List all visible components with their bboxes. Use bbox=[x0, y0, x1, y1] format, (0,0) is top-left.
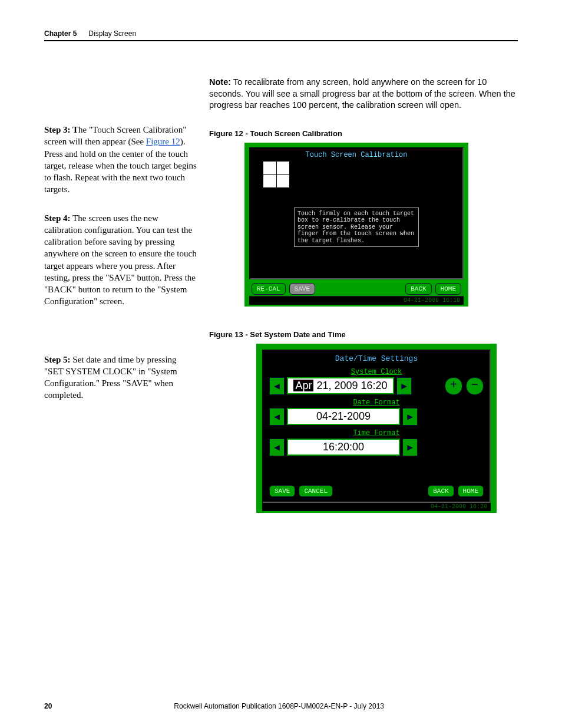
figure-12-device: Touch Screen Calibration Touch firmly on… bbox=[244, 143, 468, 307]
plus-button[interactable]: + bbox=[445, 377, 462, 395]
cancel-button[interactable]: CANCEL bbox=[299, 485, 333, 497]
fig12-statusbar: 04-21-2009 16:19 bbox=[249, 296, 464, 305]
back-button[interactable]: BACK bbox=[405, 283, 431, 295]
page-number: 20 bbox=[44, 702, 52, 710]
back-button-13[interactable]: BACK bbox=[428, 485, 454, 497]
figure-12-caption: Figure 12 - Touch Screen Calibration bbox=[209, 129, 518, 138]
note-label: Note: bbox=[209, 77, 231, 87]
dateformat-row: ◀ 04-21-2009 ▶ bbox=[269, 408, 484, 426]
section-label: Display Screen bbox=[88, 29, 136, 38]
step-5: Step 5: Set date and time by pressing "S… bbox=[44, 354, 197, 401]
timeformat-value[interactable]: 16:20:00 bbox=[287, 439, 400, 456]
clock-rest: 21, 2009 16:20 bbox=[313, 380, 387, 391]
step5-label: Step 5: bbox=[44, 355, 71, 364]
chapter-label: Chapter 5 bbox=[44, 29, 77, 38]
minus-button[interactable]: − bbox=[466, 377, 484, 395]
dateformat-value[interactable]: 04-21-2009 bbox=[287, 408, 400, 425]
calibration-screen[interactable]: Touch Screen Calibration Touch firmly on… bbox=[249, 147, 464, 279]
fig13-button-row: SAVE CANCEL BACK HOME bbox=[269, 485, 484, 497]
save-button[interactable]: SAVE bbox=[289, 283, 315, 295]
publication-id: Rockwell Automation Publication 1608P-UM… bbox=[52, 702, 506, 710]
timeformat-right-icon[interactable]: ▶ bbox=[402, 439, 418, 456]
dateformat-left-icon[interactable]: ◀ bbox=[269, 408, 285, 426]
sysclock-label: System Clock bbox=[269, 368, 484, 376]
page-header: Chapter 5 Display Screen bbox=[44, 29, 518, 41]
timeformat-label: Time Format bbox=[269, 429, 484, 437]
datetime-screen: Date/Time Settings System Clock ◀ Apr 21… bbox=[262, 350, 491, 503]
clock-highlight: Apr bbox=[293, 380, 313, 391]
dateformat-right-icon[interactable]: ▶ bbox=[402, 408, 418, 426]
clock-left-icon[interactable]: ◀ bbox=[269, 377, 285, 395]
step4-label: Step 4: bbox=[44, 213, 71, 223]
clock-value[interactable]: Apr 21, 2009 16:20 bbox=[287, 377, 394, 394]
step3-label: Step 3: T bbox=[44, 125, 78, 134]
fig13-statusbar: 04-21-2009 16:20 bbox=[262, 503, 491, 511]
sysclock-row: ◀ Apr 21, 2009 16:20 ▶ + − bbox=[269, 377, 484, 395]
figure-12-link[interactable]: Figure 12 bbox=[146, 137, 180, 146]
note-text: To recalibrate from any screen, hold any… bbox=[209, 77, 515, 110]
home-button-13[interactable]: HOME bbox=[458, 485, 484, 497]
touch-target-icon[interactable] bbox=[263, 162, 289, 187]
save-button-13[interactable]: SAVE bbox=[269, 485, 295, 497]
step-4: Step 4: The screen uses the new calibrat… bbox=[44, 212, 197, 308]
figure-13-device: Date/Time Settings System Clock ◀ Apr 21… bbox=[256, 344, 497, 513]
fig12-button-row: RE-CAL SAVE BACK HOME bbox=[249, 279, 464, 296]
timeformat-row: ◀ 16:20:00 ▶ bbox=[269, 439, 484, 456]
clock-right-icon[interactable]: ▶ bbox=[396, 377, 412, 395]
step4-text: The screen uses the new calibration conf… bbox=[44, 213, 197, 307]
dateformat-label: Date Format bbox=[269, 398, 484, 407]
recal-button[interactable]: RE-CAL bbox=[252, 283, 286, 295]
datetime-title: Date/Time Settings bbox=[269, 354, 484, 363]
step-3: Step 3: The "Touch Screen Calibration" s… bbox=[44, 124, 197, 196]
calib-message: Touch firmly on each touch target box to… bbox=[294, 207, 419, 248]
note-block: Note: To recalibrate from any screen, ho… bbox=[209, 77, 518, 111]
page-footer: 20 Rockwell Automation Publication 1608P… bbox=[44, 702, 518, 710]
figure-13-caption: Figure 13 - Set System Date and Time bbox=[209, 330, 518, 339]
calib-title: Touch Screen Calibration bbox=[250, 149, 462, 159]
timeformat-left-icon[interactable]: ◀ bbox=[269, 439, 285, 456]
home-button[interactable]: HOME bbox=[435, 283, 461, 295]
